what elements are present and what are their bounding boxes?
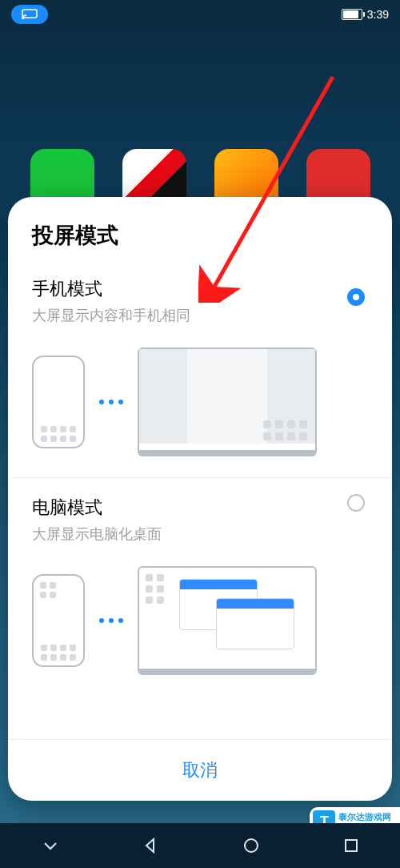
- connection-dots-icon: [99, 400, 123, 404]
- phone-glyph: [32, 356, 85, 448]
- tv-desktop-glyph: [138, 566, 317, 675]
- svg-rect-4: [346, 840, 357, 851]
- option-subtitle: 大屏显示内容和手机相同: [32, 306, 368, 325]
- option-title: 电脑模式: [32, 496, 368, 520]
- cancel-button[interactable]: 取消: [8, 739, 392, 801]
- nav-back-icon[interactable]: [142, 837, 159, 854]
- nav-recent-icon[interactable]: [343, 838, 359, 854]
- svg-point-3: [245, 839, 258, 852]
- nav-down-icon[interactable]: [42, 837, 59, 854]
- system-nav-bar: [0, 823, 400, 868]
- connection-dots-icon: [99, 618, 123, 623]
- battery-icon: [342, 9, 362, 20]
- status-bar: 3:39: [0, 0, 400, 29]
- status-time: 3:39: [367, 8, 389, 21]
- svg-rect-0: [22, 10, 37, 18]
- watermark-title: 泰尔达游戏网: [338, 813, 395, 822]
- svg-point-1: [22, 18, 24, 19]
- sheet-title: 投屏模式: [32, 221, 368, 250]
- option-title: 手机模式: [32, 277, 368, 301]
- option-phone-mode[interactable]: 手机模式 大屏显示内容和手机相同: [32, 272, 368, 333]
- cast-indicator[interactable]: [11, 5, 48, 24]
- radio-selected-icon[interactable]: [347, 288, 365, 306]
- nav-home-icon[interactable]: [242, 836, 261, 855]
- phone-glyph: [32, 574, 85, 667]
- projection-mode-sheet: 投屏模式 手机模式 大屏显示内容和手机相同 电脑模式: [8, 197, 392, 801]
- option-subtitle: 大屏显示电脑化桌面: [32, 524, 368, 544]
- option-desktop-mode[interactable]: 电脑模式 大屏显示电脑化桌面: [32, 478, 368, 552]
- tv-glyph: [138, 348, 317, 456]
- desktop-mode-illustration: [32, 566, 368, 675]
- phone-mode-illustration: [32, 348, 368, 456]
- radio-unselected-icon[interactable]: [347, 494, 365, 512]
- phone-screen: 3:39 投屏模式 手机模式 大屏显示内容和手机相同: [0, 0, 400, 868]
